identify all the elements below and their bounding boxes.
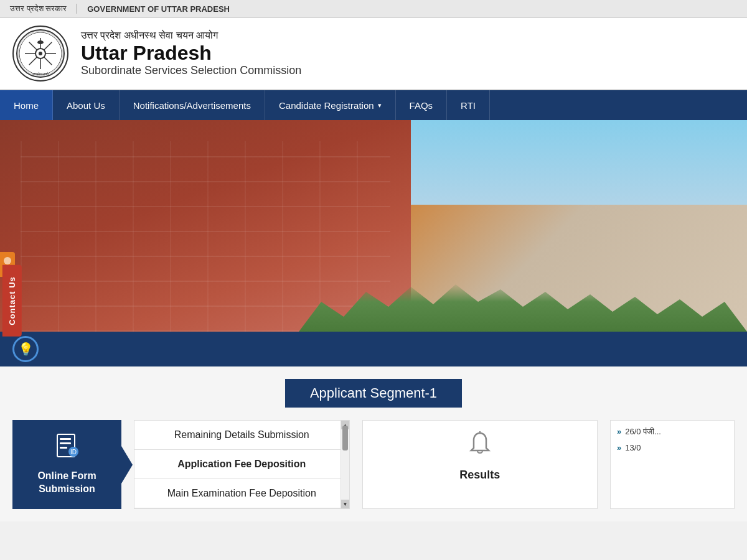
header-hindi: उत्तर प्रदेश अधीनस्थ सेवा चयन आयोग: [81, 30, 301, 41]
news-arrow-1: »: [617, 427, 621, 437]
news-text-1: 26/0 पंजी...: [625, 427, 661, 437]
results-label: Results: [459, 469, 500, 482]
nav-rti[interactable]: RTI: [447, 90, 490, 120]
nav-notifications[interactable]: Notifications/Advertisements: [120, 90, 265, 120]
form-icon: ID: [55, 433, 80, 464]
nav-about-us[interactable]: About Us: [53, 90, 120, 120]
contact-us-tab[interactable]: Contact Us: [2, 265, 22, 337]
bell-icon: [466, 431, 494, 464]
top-bar: उत्तर प्रदेश सरकार GOVERNMENT OF UTTAR P…: [0, 0, 747, 18]
header-title: Uttar Pradesh: [81, 42, 301, 64]
middle-list-panel: Remaining Details Submission Application…: [134, 420, 350, 509]
scroll-down-arrow[interactable]: ▼: [341, 500, 350, 508]
header-subtitle: Subordinate Services Selection Commissio…: [81, 64, 301, 77]
top-bar-divider: [77, 4, 77, 14]
svg-point-12: [37, 40, 44, 44]
top-bar-hindi: उत्तर प्रदेश सरकार: [10, 4, 67, 14]
nav-faqs[interactable]: FAQs: [396, 90, 448, 120]
bell-svg: [466, 431, 494, 458]
navigation: Home About Us Notifications/Advertisemen…: [0, 90, 747, 120]
svg-rect-16: [60, 438, 71, 440]
nav-candidate-registration[interactable]: Candidate Registration ▾: [265, 90, 396, 120]
list-scrollbar[interactable]: ▲ ▼: [341, 421, 349, 508]
logo: सत्यमेव जयते: [12, 26, 68, 82]
list-item-remaining-details[interactable]: Remaining Details Submission: [134, 421, 349, 450]
logo-svg: सत्यमेव जयते: [16, 29, 65, 78]
left-panel-online-form[interactable]: ID Online FormSubmission: [12, 420, 121, 509]
news-item-1[interactable]: » 26/0 पंजी...: [617, 427, 728, 437]
blue-bar: 💡: [0, 332, 747, 366]
news-item-2[interactable]: » 13/0: [617, 443, 728, 452]
header-text: उत्तर प्रदेश अधीनस्थ सेवा चयन आयोग Uttar…: [81, 30, 301, 77]
nav-home[interactable]: Home: [0, 90, 53, 120]
bottom-section: ID Online FormSubmission Remaining Detai…: [12, 420, 735, 509]
main-content: Applicant Segment-1 ID Online FormSubmis…: [0, 366, 747, 521]
building-left: [0, 120, 411, 332]
svg-text:सत्यमेव जयते: सत्यमेव जयते: [32, 72, 50, 76]
bulb-icon: 💡: [12, 336, 39, 362]
svg-rect-18: [60, 447, 67, 449]
form-svg-icon: ID: [55, 433, 80, 458]
svg-text:ID: ID: [70, 449, 77, 455]
segment-title: Applicant Segment-1: [285, 379, 462, 408]
list-item-application-fee[interactable]: Application Fee Deposition: [134, 450, 349, 479]
scrollbar-thumb: [342, 426, 348, 450]
list-item-main-exam-fee[interactable]: Main Examination Fee Deposition: [134, 479, 349, 508]
results-panel: Results: [362, 420, 598, 509]
banner-sky: [374, 120, 747, 205]
svg-point-3: [39, 52, 42, 55]
news-arrow-2: »: [617, 443, 621, 452]
header: सत्यमेव जयते उत्तर प्रदेश अधीनस्थ सेवा च…: [0, 18, 747, 90]
svg-rect-17: [60, 442, 71, 444]
top-bar-english: GOVERNMENT OF UTTAR PRADESH: [87, 4, 230, 14]
news-text-2: 13/0: [625, 443, 641, 452]
chevron-down-icon: ▾: [378, 101, 382, 110]
left-panel-label: Online FormSubmission: [37, 470, 96, 496]
banner: [0, 120, 747, 332]
svg-point-22: [4, 257, 11, 264]
news-panel: » 26/0 पंजी... » 13/0: [610, 420, 735, 509]
